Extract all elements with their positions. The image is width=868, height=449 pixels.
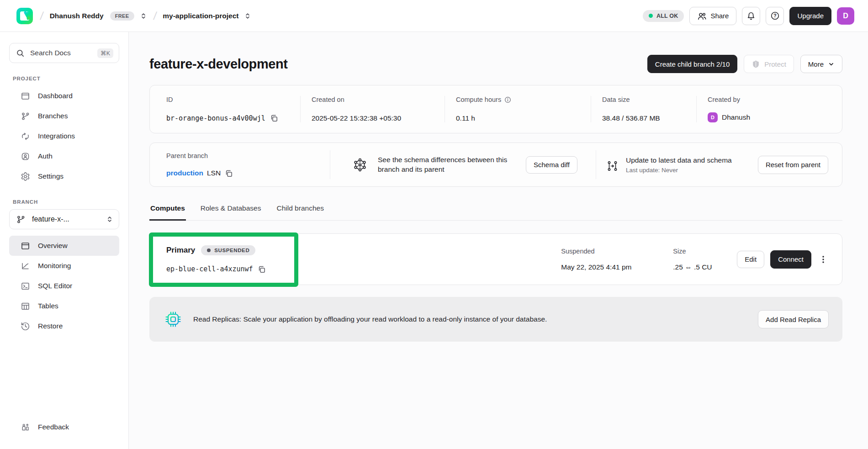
breadcrumb-separator: / (153, 10, 158, 22)
share-button-label: Share (710, 12, 729, 20)
id-label: ID (166, 96, 300, 103)
sidebar-item-label: Dashboard (38, 92, 73, 100)
compute-row: Primary SUSPENDED ep-blue-cell-a4xzunwf (149, 233, 842, 285)
read-replica-description: Read Replicas: Scale your application by… (193, 315, 746, 323)
create-child-branch-button[interactable]: Create child branch 2/10 (647, 55, 737, 73)
copy-icon[interactable] (257, 265, 266, 274)
compute-hours-value: 0.11 h (456, 114, 591, 122)
size-value: .25 ⇔ .5 CU (673, 263, 723, 271)
sidebar-item-settings[interactable]: Settings (9, 166, 119, 186)
parent-branch-link[interactable]: production (166, 169, 203, 177)
compute-hours-label: Compute hours (456, 96, 501, 103)
update-description: Update to latest data and schema (626, 156, 735, 165)
sidebar-item-integrations[interactable]: Integrations (9, 126, 119, 146)
upgrade-button[interactable]: Upgrade (789, 7, 831, 25)
notifications-button[interactable] (742, 7, 760, 25)
sql-editor-icon (21, 281, 30, 291)
branch-selector[interactable]: feature-x-... (9, 209, 119, 229)
bell-icon (746, 11, 756, 21)
sidebar-item-auth[interactable]: Auth (9, 146, 119, 166)
svg-text:?: ? (773, 13, 776, 18)
sidebar: Search Docs ⌘K PROJECT Dashboard Branche… (0, 32, 129, 449)
search-docs-input[interactable]: Search Docs ⌘K (9, 43, 119, 63)
branch-tabs: Computes Roles & Databases Child branche… (149, 204, 842, 221)
schema-graph-icon (352, 157, 368, 173)
breadcrumb-project[interactable]: my-application-project (163, 12, 238, 20)
created-on-label: Created on (312, 96, 445, 103)
status-badge[interactable]: ALL OK (643, 10, 684, 22)
project-switcher-chevrons-icon[interactable] (244, 12, 251, 20)
sidebar-item-label: Tables (38, 302, 58, 310)
compute-status-label: SUSPENDED (214, 248, 249, 253)
settings-icon (21, 172, 30, 181)
project-section-label: PROJECT (13, 76, 119, 81)
search-docs-label: Search Docs (30, 49, 92, 57)
more-button[interactable]: More (800, 55, 842, 73)
tables-icon (21, 301, 30, 311)
chip-icon (165, 311, 181, 328)
auth-icon (21, 152, 30, 161)
suspended-label: Suspended (561, 248, 659, 255)
feedback-label: Feedback (38, 423, 69, 431)
reset-from-parent-button[interactable]: Reset from parent (758, 156, 828, 174)
branch-selector-value: feature-x-... (32, 215, 100, 223)
kebab-menu-icon[interactable] (817, 252, 829, 267)
sidebar-item-overview[interactable]: Overview (9, 236, 119, 256)
sidebar-item-label: Branches (38, 112, 68, 120)
read-replica-banner: Read Replicas: Scale your application by… (149, 297, 842, 342)
sidebar-item-tables[interactable]: Tables (9, 296, 119, 316)
parent-branch-card: Parent branch production LSN (149, 143, 842, 187)
data-size-label: Data size (602, 96, 696, 103)
sidebar-item-dashboard[interactable]: Dashboard (9, 86, 119, 106)
integrations-icon (21, 132, 30, 141)
created-by-label: Created by (708, 96, 842, 103)
chevron-down-icon (828, 61, 835, 68)
info-icon[interactable] (504, 96, 511, 103)
feedback-people-icon (21, 423, 30, 432)
tab-child-branches[interactable]: Child branches (275, 204, 324, 220)
status-ok-dot-icon (649, 14, 653, 18)
neon-logo-icon[interactable] (16, 7, 34, 25)
lsn-label: LSN (207, 169, 221, 177)
branch-selector-chevrons-icon (106, 216, 113, 223)
sidebar-item-restore[interactable]: Restore (9, 316, 119, 336)
page-title: feature-x-development (149, 57, 288, 72)
branch-section-label: BRANCH (13, 199, 119, 205)
user-avatar[interactable]: D (837, 7, 854, 25)
edit-button[interactable]: Edit (737, 251, 764, 268)
size-label: Size (673, 248, 723, 255)
add-read-replica-button[interactable]: Add Read Replica (758, 310, 829, 328)
connect-button[interactable]: Connect (770, 250, 811, 269)
status-badge-label: ALL OK (656, 13, 678, 19)
feedback-button[interactable]: Feedback (9, 417, 119, 437)
copy-icon[interactable] (224, 169, 233, 178)
share-button[interactable]: Share (689, 7, 736, 25)
branch-icon (16, 215, 26, 224)
search-icon (16, 49, 25, 58)
sidebar-item-monitoring[interactable]: Monitoring (9, 256, 119, 276)
schema-diff-button[interactable]: Schema diff (526, 156, 577, 174)
dashboard-icon (21, 91, 30, 101)
branch-info-card: ID br-orange-bonus-a4v00wjl Created on 2… (149, 85, 842, 133)
last-update-text: Last update: Never (626, 167, 735, 174)
top-header: / Dhanush Reddy FREE / my-application-pr… (0, 0, 868, 32)
tab-roles-databases[interactable]: Roles & Databases (200, 204, 262, 220)
org-switcher-chevrons-icon[interactable] (140, 12, 147, 20)
more-button-label: More (808, 60, 824, 68)
copy-icon[interactable] (270, 114, 278, 122)
sidebar-item-branches[interactable]: Branches (9, 106, 119, 126)
help-icon: ? (770, 11, 780, 21)
sidebar-item-label: Restore (38, 322, 63, 330)
breadcrumb-org[interactable]: Dhanush Reddy (50, 12, 104, 20)
help-button[interactable]: ? (766, 7, 784, 25)
sidebar-item-sql-editor[interactable]: SQL Editor (9, 276, 119, 296)
main-content: feature-x-development Create child branc… (129, 32, 868, 449)
protect-button[interactable]: Protect (744, 55, 794, 73)
tab-computes[interactable]: Computes (149, 204, 186, 221)
sidebar-item-label: SQL Editor (38, 282, 72, 290)
schema-diff-description: See the schema differences between this … (378, 155, 516, 174)
created-by-value: Dhanush (722, 113, 750, 121)
endpoint-id-value: ep-blue-cell-a4xzunwf (166, 265, 253, 273)
sidebar-item-label: Overview (38, 242, 68, 250)
compute-status-badge: SUSPENDED (201, 245, 255, 255)
